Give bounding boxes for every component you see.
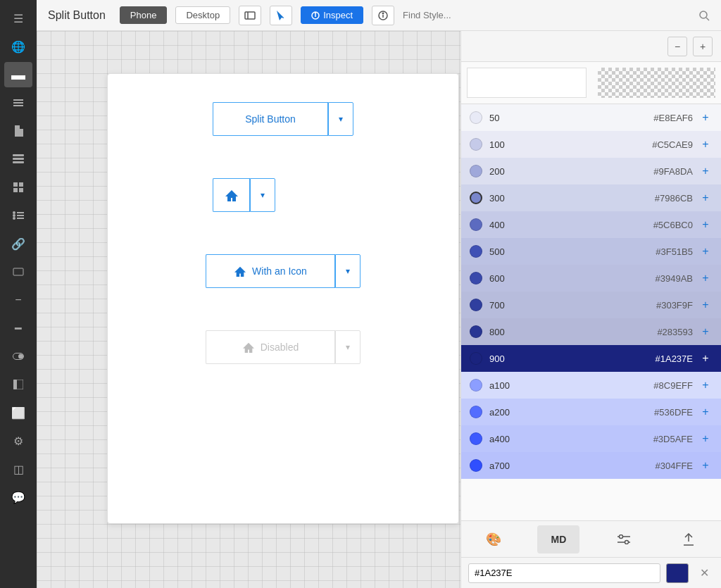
tab-md[interactable]: MD	[537, 525, 579, 553]
color-add-btn-100[interactable]: +	[698, 137, 713, 151]
sidebar-item-panel[interactable]	[4, 372, 32, 397]
color-label-400: 400	[489, 220, 653, 230]
color-add-btn-a400[interactable]: +	[698, 432, 713, 446]
phone-button[interactable]: Phone	[120, 6, 168, 24]
split-button-icon-only[interactable]: ▾	[213, 178, 353, 212]
svg-point-12	[13, 214, 15, 217]
color-row-a400[interactable]: a400 #3D5AFE +	[461, 425, 721, 452]
sidebar-item-layers[interactable]	[4, 90, 32, 115]
hex-input[interactable]	[468, 563, 660, 583]
color-add-btn-700[interactable]: +	[698, 298, 713, 312]
split-button-main-label[interactable]: Split Button	[213, 102, 327, 136]
split-button-arrow[interactable]: ▾	[328, 102, 353, 136]
svg-rect-13	[17, 215, 24, 216]
sidebar-item-document[interactable]	[4, 118, 32, 144]
color-table: 50 #E8EAF6 + 100 #C5CAE9 + 200 #9FA8DA +…	[461, 104, 721, 520]
svg-point-32	[619, 534, 622, 538]
sidebar-item-list-detail[interactable]	[4, 203, 32, 228]
color-row-800[interactable]: 800 #283593 +	[461, 318, 721, 345]
split-button-icon-main[interactable]	[213, 178, 249, 212]
minus-button[interactable]: −	[667, 37, 687, 56]
with-icon-label: With an Icon	[252, 265, 307, 277]
color-add-btn-800[interactable]: +	[698, 325, 713, 339]
search-input[interactable]	[403, 6, 693, 25]
split-button-with-icon-main[interactable]: With an Icon	[206, 254, 334, 288]
sidebar-item-rect[interactable]	[4, 259, 32, 284]
color-row-700[interactable]: 700 #303F9F +	[461, 292, 721, 318]
color-hex-900: #1A237E	[656, 354, 694, 364]
color-row-a200[interactable]: a200 #536DFE +	[461, 399, 721, 425]
color-add-btn-a700[interactable]: +	[698, 458, 713, 473]
bottom-tabs: 🎨 MD	[461, 520, 721, 557]
color-row-a100[interactable]: a100 #8C9EFF +	[461, 372, 721, 399]
color-row-50[interactable]: 50 #E8EAF6 +	[461, 104, 721, 131]
color-dot-500	[470, 245, 482, 258]
phone-frame: Split Button ▾ ▾	[107, 73, 459, 524]
color-row-400[interactable]: 400 #5C6BC0 +	[461, 211, 721, 238]
color-add-btn-900[interactable]: +	[698, 351, 713, 365]
color-add-btn-a200[interactable]: +	[698, 405, 713, 419]
color-row-600[interactable]: 600 #3949AB +	[461, 265, 721, 292]
color-row-100[interactable]: 100 #C5CAE9 +	[461, 131, 721, 158]
cursor-icon-button[interactable]	[270, 6, 292, 25]
responsive-icon-button[interactable]	[239, 6, 261, 25]
color-dot-100	[470, 138, 482, 151]
sidebar-item-globe[interactable]: 🌐	[4, 34, 32, 59]
plus-button[interactable]: +	[693, 37, 713, 56]
color-hex-400: #5C6BC0	[653, 220, 693, 230]
color-add-btn-200[interactable]: +	[698, 164, 713, 178]
sidebar-item-minus[interactable]: −	[4, 287, 32, 313]
sidebar-item-link[interactable]: 🔗	[4, 231, 32, 256]
info-icon-button[interactable]	[372, 6, 394, 25]
sidebar-item-toggle[interactable]	[4, 344, 32, 369]
tab-sliders[interactable]	[603, 525, 645, 553]
color-label-800: 800	[489, 327, 657, 337]
color-add-btn-300[interactable]: +	[698, 191, 713, 205]
upload-icon	[683, 533, 694, 546]
tab-palette[interactable]: 🎨	[472, 525, 515, 553]
clear-button[interactable]: ✕	[694, 563, 714, 583]
split-button-default[interactable]: Split Button ▾	[213, 102, 353, 136]
bottom-input-bar: ✕	[461, 557, 721, 588]
color-label-600: 600	[489, 273, 656, 284]
sidebar-item-person-settings[interactable]: ⚙	[4, 428, 32, 453]
split-button-with-icon[interactable]: With an Icon ▾	[206, 254, 360, 288]
color-hex-500: #3F51B5	[656, 246, 693, 257]
desktop-button[interactable]: Desktop	[175, 6, 230, 24]
svg-rect-2	[13, 105, 23, 106]
svg-rect-11	[17, 212, 24, 213]
sidebar-item-menu[interactable]: ☰	[4, 6, 32, 31]
color-dot-800	[470, 325, 482, 338]
inspect-button[interactable]: Inspect	[301, 6, 363, 24]
color-checkerboard	[598, 68, 716, 98]
svg-rect-3	[13, 154, 24, 156]
color-add-btn-500[interactable]: +	[698, 244, 713, 258]
color-hex-a400: #3D5AFE	[653, 434, 693, 444]
color-row-500[interactable]: 500 #3F51B5 +	[461, 238, 721, 265]
svg-point-25	[315, 12, 316, 13]
color-add-btn-a100[interactable]: +	[698, 378, 713, 392]
sidebar-item-window[interactable]: ⬜	[4, 400, 32, 425]
svg-point-34	[625, 540, 628, 544]
split-button-icon-arrow[interactable]: ▾	[250, 178, 275, 212]
color-preview-white	[467, 68, 587, 98]
disabled-label: Disabled	[261, 342, 299, 353]
color-dot-400	[470, 218, 482, 231]
svg-rect-8	[13, 188, 18, 192]
color-add-btn-50[interactable]: +	[698, 111, 713, 125]
sidebar-item-grid[interactable]	[4, 175, 32, 200]
sidebar-item-chat[interactable]: 💬	[4, 484, 32, 510]
sidebar-item-minus-rect[interactable]: ▬	[4, 62, 32, 87]
tab-upload[interactable]	[667, 525, 710, 553]
color-row-a700[interactable]: a700 #304FFE +	[461, 452, 721, 479]
color-row-200[interactable]: 200 #9FA8DA +	[461, 158, 721, 184]
color-row-900[interactable]: 900 #1A237E +	[461, 345, 721, 372]
split-button-with-icon-arrow[interactable]: ▾	[335, 254, 360, 288]
sidebar-item-more-panels[interactable]: ◫	[4, 456, 32, 482]
sliders-icon	[617, 534, 630, 544]
sidebar-item-stack[interactable]	[4, 146, 32, 172]
sidebar-item-divider[interactable]: ━	[4, 315, 32, 341]
color-row-300[interactable]: 300 #7986CB +	[461, 184, 721, 211]
color-add-btn-400[interactable]: +	[698, 218, 713, 232]
color-add-btn-600[interactable]: +	[698, 271, 713, 285]
